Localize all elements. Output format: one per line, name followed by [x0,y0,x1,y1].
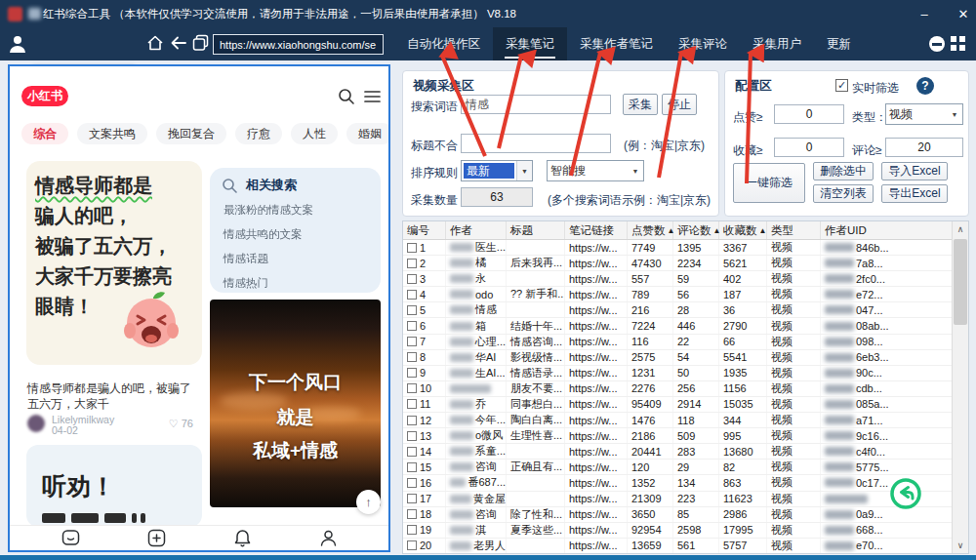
related-search-item-0[interactable]: 最涨粉的情感文案 [224,203,313,218]
table-row-11[interactable]: 11乔同事想白...https://w...95409291415035视频08… [403,397,952,413]
circle-minus-icon[interactable] [929,36,945,52]
url-bar[interactable]: https://www.xiaohongshu.com/se [213,34,384,55]
row-checkbox[interactable] [407,399,417,409]
column-header-6[interactable]: 收藏数▲ [719,221,767,239]
row-checkbox[interactable] [407,462,417,472]
column-header-0[interactable]: 编号 [403,221,446,239]
table-row-4[interactable]: 4odo?? 新手和...https://w...78956187视频e72..… [403,287,952,302]
table-row-19[interactable]: 19淇夏季这些...https://w...92954259817995视频66… [403,523,952,539]
favs-min-input[interactable]: 0 [774,138,844,157]
nav-tab-0[interactable]: 自动化操作区 [394,27,493,60]
post-card-1[interactable]: 情感导师都是骗人的吧，被骗了五六万，大家千万要擦亮眼睛！ [26,161,202,365]
nav-tab-2[interactable]: 采集作者笔记 [567,27,666,60]
nav-tab-1[interactable]: 采集笔记 [493,27,567,60]
qr-code-icon[interactable] [951,36,965,51]
row-checkbox[interactable] [407,274,417,284]
column-header-3[interactable]: 笔记链接 [565,221,628,239]
row-checkbox[interactable] [407,321,417,331]
column-header-1[interactable]: 作者 [446,221,507,239]
clear-list-button[interactable]: 清空列表 [813,184,874,203]
help-icon[interactable]: ? [916,77,934,95]
post-caption[interactable]: 情感导师都是骗人的吧，被骗了五六万，大家千 [27,380,195,412]
row-checkbox[interactable] [407,447,417,457]
table-row-18[interactable]: 18咨询除了性和...https://w...3650852986视频0a9..… [403,507,952,523]
table-row-5[interactable]: 5情感https://w...2162836视频047... [403,302,952,318]
search-mode-select[interactable]: 智能搜 ▼ [547,160,644,181]
bell-icon[interactable] [233,529,252,547]
title-exclude-input[interactable] [461,134,611,153]
row-checkbox[interactable] [407,509,417,519]
scrollbar-thumb[interactable] [954,239,967,325]
table-row-8[interactable]: 8华AI影视级情...https://w...2575545541视频6eb3.… [403,350,952,366]
comments-min-input[interactable]: 20 [885,138,963,157]
nav-tab-3[interactable]: 采集评论 [666,27,740,60]
stop-button[interactable]: 停止 [662,94,697,115]
row-checkbox[interactable] [407,243,417,253]
category-tab-4[interactable]: 人性 [291,123,338,144]
related-search-item-2[interactable]: 情感话题 [224,252,268,266]
table-row-7[interactable]: 7心理...情感咨询...https://w...1162266视频098... [403,335,952,350]
table-row-14[interactable]: 14系童...https://w...2044128313680视频c4f0..… [403,444,952,460]
table-row-1[interactable]: 1医生...https://w...774913953367视频846b... [403,240,952,256]
table-row-6[interactable]: 6箱结婚十年...https://w...72244462790视频08ab..… [403,318,952,334]
column-header-4[interactable]: 点赞数▲ [628,221,673,239]
row-checkbox[interactable] [407,305,417,315]
row-checkbox[interactable] [407,383,417,393]
like-count[interactable]: ♡ 76 [169,418,193,430]
table-row-10[interactable]: 10朋友不要...https://w...22762561156视频cdb... [403,381,952,397]
post-card-3[interactable]: 听劝！ [26,445,202,527]
related-search-item-1[interactable]: 情感共鸣的文案 [224,227,303,242]
row-checkbox[interactable] [407,368,417,378]
scroll-up-icon[interactable]: ∧ [953,221,968,237]
create-post-icon[interactable] [147,529,166,547]
green-back-float-icon[interactable] [889,477,922,510]
category-tab-5[interactable]: 婚姻 [346,123,390,144]
row-checkbox[interactable] [407,431,417,441]
one-click-filter-button[interactable]: 一键筛选 [733,163,805,203]
row-checkbox[interactable] [407,416,417,425]
row-checkbox[interactable] [407,478,417,488]
collect-button[interactable]: 采集 [623,94,658,115]
table-row-13[interactable]: 13o微风生理性喜...https://w...2186509995视频9c16… [403,428,952,444]
row-checkbox[interactable] [407,494,417,503]
copy-pages-icon[interactable] [192,34,209,52]
category-tab-1[interactable]: 文案共鸣 [77,123,147,144]
import-excel-button[interactable]: 导入Excel [881,162,948,180]
category-tab-3[interactable]: 疗愈 [235,123,282,144]
table-row-9[interactable]: 9生AI...情感语录...https://w...1231501935视频90… [403,366,952,381]
likes-min-input[interactable]: 0 [774,104,844,124]
delete-selected-button[interactable]: 删除选中 [813,162,874,180]
search-icon[interactable] [338,88,355,105]
row-checkbox[interactable] [407,525,417,535]
back-icon[interactable] [169,34,188,52]
table-row-3[interactable]: 3永https://w...55759402视频2fc0... [403,271,952,287]
close-button[interactable]: ✕ [949,0,976,27]
row-checkbox[interactable] [407,540,417,550]
chat-icon[interactable] [61,529,80,547]
table-row-16[interactable]: 16番687...https://w...1352134863视频0c17... [403,475,952,491]
avatar[interactable] [27,415,45,432]
nav-tab-5[interactable]: 更新 [814,27,864,60]
realtime-filter-checkbox[interactable]: ✓ [835,79,848,92]
export-excel-button[interactable]: 导出Excel [881,184,948,203]
column-header-2[interactable]: 标题 [507,221,565,239]
column-header-7[interactable]: 类型 [767,221,821,239]
table-row-20[interactable]: 20老男人https://w...136595615757视频e70... [403,539,952,553]
related-search-item-3[interactable]: 情感热门 [224,276,268,291]
row-checkbox[interactable] [407,259,417,268]
table-scrollbar[interactable]: ∧ ∨ [952,221,968,553]
type-select[interactable]: 视频 ▼ [885,103,963,125]
column-header-8[interactable]: 作者UID [821,221,952,239]
category-tab-2[interactable]: 挽回复合 [156,123,226,144]
table-row-12[interactable]: 12今年...陶白白离...https://w...1476118344视频a7… [403,413,952,428]
row-checkbox[interactable] [407,352,417,362]
row-checkbox[interactable] [407,337,417,346]
nav-tab-4[interactable]: 采集用户 [740,27,814,60]
home-icon[interactable] [146,34,164,52]
search-term-input[interactable]: 情感 [461,95,611,114]
table-row-2[interactable]: 2橘后来我再...https://w...4743022345621视频7a8.… [403,256,952,271]
minimize-button[interactable]: – [910,0,939,27]
table-row-15[interactable]: 15咨询正确且有...https://w...1202982视频5775... [403,460,952,475]
sort-select[interactable]: 最新 ▼ [461,160,533,181]
category-tab-0[interactable]: 综合 [21,123,68,144]
